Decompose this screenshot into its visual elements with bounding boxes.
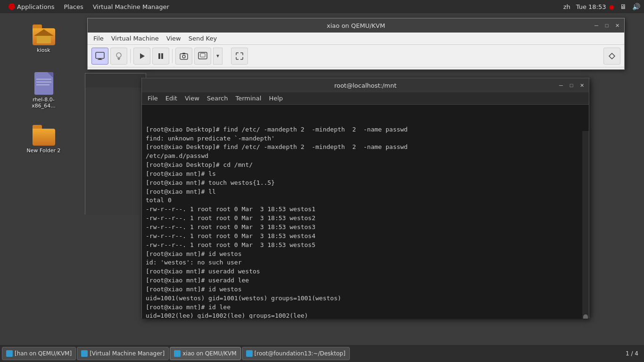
terminal-line: -rw-r--r--. 1 root root 0 Mar 3 18:53 we… bbox=[146, 205, 585, 214]
svg-point-3 bbox=[116, 53, 121, 58]
qemu-titlebar: xiao on QEMU/KVM ─ □ ✕ bbox=[88, 18, 624, 33]
taskbar-label-han-vm: [han on QEMU/KVM] bbox=[15, 350, 72, 357]
taskbar-pager: 1 / 4 bbox=[622, 350, 642, 357]
terminal-line: /etc/pam.d/passwd bbox=[146, 152, 585, 161]
svg-point-10 bbox=[182, 55, 185, 58]
svg-rect-11 bbox=[182, 53, 185, 54]
vm-manager-label: Virtual Machine Manager bbox=[93, 3, 169, 10]
desktop-icon-kiosk[interactable]: kiosk bbox=[25, 23, 63, 53]
terminal-menu-view[interactable]: View bbox=[181, 94, 203, 103]
svg-rect-4 bbox=[117, 58, 120, 59]
terminal-line: [root@xiao mnt]# useradd westos bbox=[146, 267, 585, 276]
qemu-maximize-btn[interactable]: □ bbox=[603, 21, 611, 30]
applications-label: Applications bbox=[17, 3, 54, 10]
svg-marker-6 bbox=[140, 53, 145, 59]
language-indicator: zh bbox=[563, 3, 570, 10]
terminal-line: [root@xiao mnt]# id westos bbox=[146, 285, 585, 294]
topbar-applications[interactable]: Applications bbox=[4, 2, 59, 11]
topbar-left: Applications Places Virtual Machine Mana… bbox=[4, 2, 174, 11]
terminal-titlebar-controls: ─ □ ✕ bbox=[557, 81, 586, 90]
qemu-menu-send-key[interactable]: Send Key bbox=[185, 34, 221, 43]
taskbar-icon-xiao-vm bbox=[174, 350, 181, 357]
terminal-line: total 0 bbox=[146, 196, 585, 205]
taskbar-item-xiao-vm[interactable]: xiao on QEMU/KVM bbox=[170, 347, 240, 360]
taskbar-item-han-vm[interactable]: [han on QEMU/KVM] bbox=[2, 347, 76, 360]
topbar: Applications Places Virtual Machine Mana… bbox=[0, 0, 644, 13]
taskbar-label-vm-manager: [Virtual Machine Manager] bbox=[90, 350, 165, 357]
qemu-window: xiao on QEMU/KVM ─ □ ✕ File Virtual Mach… bbox=[87, 18, 625, 70]
qemu-resize-corner[interactable] bbox=[603, 48, 620, 65]
svg-rect-8 bbox=[161, 53, 163, 59]
new-folder-2-label: New Folder 2 bbox=[27, 148, 61, 154]
app-icon bbox=[8, 3, 15, 10]
qemu-screen-btn[interactable] bbox=[194, 48, 211, 65]
svg-rect-7 bbox=[158, 53, 160, 59]
terminal-title: root@localhost:/mnt bbox=[334, 82, 396, 89]
desktop: kiosk rhel-8.0-x86_64... New Folder 2 bbox=[0, 13, 87, 345]
pager-label: 1 / 4 bbox=[626, 350, 638, 357]
terminal-maximize-btn[interactable]: □ bbox=[567, 81, 576, 90]
taskbar-icon-foundation bbox=[246, 350, 253, 357]
terminal-line: [root@xiao Desktop]# cd /mnt/ bbox=[146, 161, 585, 170]
terminal-menu-edit[interactable]: Edit bbox=[162, 94, 181, 103]
toolbar-divider-1 bbox=[130, 49, 131, 63]
terminal-line: [root@xiao mnt]# useradd lee bbox=[146, 276, 585, 285]
qemu-bulb-btn[interactable] bbox=[110, 48, 127, 65]
terminal-line: -rw-r--r--. 1 root root 0 Mar 3 18:53 we… bbox=[146, 214, 585, 223]
terminal-menu-search[interactable]: Search bbox=[203, 94, 232, 103]
toolbar-divider-2 bbox=[172, 49, 173, 63]
qemu-dropdown-btn[interactable]: ▼ bbox=[213, 48, 223, 65]
desktop-icon-rhel[interactable]: rhel-8.0-x86_64... bbox=[25, 72, 63, 109]
terminal-close-btn[interactable]: ✕ bbox=[578, 81, 586, 90]
taskbar-label-foundation: [root@foundation13:~/Desktop] bbox=[255, 350, 346, 357]
qemu-toolbar: ▼ bbox=[88, 45, 624, 67]
audio-icon: 🔊 bbox=[632, 3, 640, 10]
terminal-content[interactable]: [root@xiao Desktop]# find /etc/ -mandept… bbox=[142, 105, 589, 319]
terminal-minimize-btn[interactable]: ─ bbox=[557, 81, 565, 90]
terminal-line: [root@xiao mnt]# id westos bbox=[146, 250, 585, 259]
terminal-scrollbar-thumb[interactable] bbox=[583, 314, 588, 319]
svg-rect-1 bbox=[99, 58, 101, 59]
terminal-line: [root@xiao Desktop]# find /etc/ -maxdept… bbox=[146, 143, 585, 152]
svg-rect-9 bbox=[180, 54, 188, 59]
kiosk-label: kiosk bbox=[37, 47, 50, 53]
network-icon: 🖥 bbox=[620, 3, 627, 10]
topbar-places[interactable]: Places bbox=[59, 2, 88, 11]
qemu-menu-vm[interactable]: Virtual Machine bbox=[107, 34, 163, 43]
partial-window bbox=[85, 73, 146, 214]
terminal-line: find: unknown predicate `-mandepth' bbox=[146, 134, 585, 143]
qemu-fullscreen-btn[interactable] bbox=[231, 48, 248, 65]
qemu-menubar: File Virtual Machine View Send Key bbox=[88, 33, 624, 45]
taskbar: [han on QEMU/KVM] [Virtual Machine Manag… bbox=[0, 345, 644, 362]
taskbar-item-foundation[interactable]: [root@foundation13:~/Desktop] bbox=[242, 347, 350, 360]
qemu-titlebar-controls: ─ □ ✕ bbox=[592, 21, 621, 30]
qemu-snapshot-btn[interactable] bbox=[175, 48, 192, 65]
topbar-vm-manager[interactable]: Virtual Machine Manager bbox=[88, 2, 174, 11]
qemu-menu-file[interactable]: File bbox=[90, 34, 107, 43]
qemu-menu-view[interactable]: View bbox=[163, 34, 185, 43]
qemu-close-btn[interactable]: ✕ bbox=[613, 21, 621, 30]
terminal-line: -rw-r--r--. 1 root root 0 Mar 3 18:53 we… bbox=[146, 223, 585, 232]
terminal-line: [root@xiao mnt]# touch westos{1..5} bbox=[146, 179, 585, 188]
qemu-minimize-btn[interactable]: ─ bbox=[592, 21, 601, 30]
terminal-menu-terminal[interactable]: Terminal bbox=[231, 94, 265, 103]
rhel-label: rhel-8.0-x86_64... bbox=[25, 97, 63, 109]
svg-rect-0 bbox=[96, 52, 104, 58]
qemu-play-btn[interactable] bbox=[133, 48, 150, 65]
terminal-line: uid=1002(lee) gid=1002(lee) groups=1002(… bbox=[146, 312, 585, 319]
terminal-line: id: 'westos': no such user bbox=[146, 258, 585, 267]
terminal-output: [root@xiao Desktop]# find /etc/ -mandept… bbox=[146, 125, 585, 319]
taskbar-item-vm-manager[interactable]: [Virtual Machine Manager] bbox=[77, 347, 169, 360]
qemu-pause-btn[interactable] bbox=[152, 48, 169, 65]
svg-rect-2 bbox=[98, 59, 102, 60]
terminal-window: root@localhost:/mnt ─ □ ✕ File Edit View… bbox=[141, 78, 589, 318]
qemu-monitor-btn[interactable] bbox=[91, 48, 108, 65]
terminal-scrollbar[interactable] bbox=[582, 131, 589, 319]
terminal-menu-file[interactable]: File bbox=[144, 94, 162, 103]
terminal-menu-help[interactable]: Help bbox=[265, 94, 287, 103]
desktop-icon-new-folder-2[interactable]: New Folder 2 bbox=[25, 123, 63, 154]
partial-window-titlebar bbox=[85, 74, 146, 88]
taskbar-label-xiao-vm: xiao on QEMU/KVM bbox=[182, 350, 236, 357]
terminal-line: uid=1001(westos) gid=1001(westos) groups… bbox=[146, 294, 585, 303]
terminal-menubar: File Edit View Search Terminal Help bbox=[142, 92, 589, 105]
